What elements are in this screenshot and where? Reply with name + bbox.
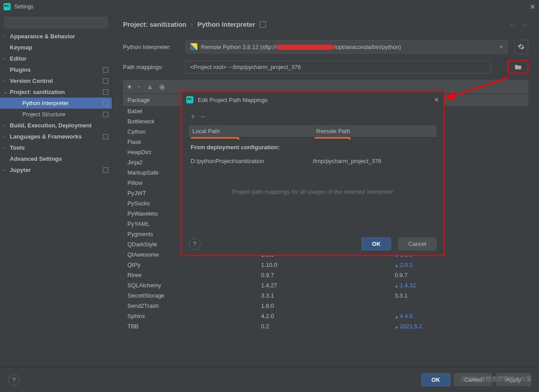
redacted-host	[276, 45, 334, 50]
breadcrumb-page: Python Interpreter	[197, 20, 255, 28]
interpreter-label: Python Interpreter:	[123, 44, 179, 50]
help-button[interactable]: ?	[189, 238, 200, 250]
dialog-section-label: From deployment configuration:	[189, 138, 437, 155]
dialog-columns: Local Path Remote Path	[189, 125, 437, 138]
remove-package-button[interactable]: −	[137, 83, 141, 91]
dialog-close-icon[interactable]: ✕	[434, 96, 439, 103]
interpreter-row: Python Interpreter: Remote Python 3.8.12…	[123, 40, 528, 54]
table-row[interactable]: SecretStorage3.3.13.3.1	[123, 290, 528, 301]
table-row[interactable]: QtPy1.10.02.0.1	[123, 260, 528, 270]
col-local-path[interactable]: Local Path	[189, 125, 313, 137]
sidebar-item-appearance-behavior[interactable]: ›Appearance & Behavior	[0, 31, 112, 42]
dialog-toolbar: + −	[189, 111, 437, 125]
upgrade-package-button[interactable]: ▲	[147, 83, 154, 91]
table-row[interactable]: Rtree0.9.70.9.7	[123, 270, 528, 280]
mappings-label: Path mappings:	[123, 64, 179, 70]
sidebar-item-project-structure[interactable]: Project Structure	[0, 109, 112, 120]
gear-button[interactable]	[514, 40, 528, 54]
ok-button[interactable]: OK	[421, 373, 451, 386]
browse-mappings-button[interactable]	[508, 60, 528, 74]
bottom-bar: ? OK Cancel Apply	[0, 367, 539, 392]
breadcrumb: Project: sanitization › Python Interpret…	[123, 20, 528, 28]
add-mapping-button[interactable]: +	[191, 112, 196, 122]
sidebar-item-tools[interactable]: ›Tools	[0, 142, 112, 153]
forward-icon[interactable]: →	[520, 20, 528, 30]
table-row[interactable]: SQLAlchemy1.4.271.4.32	[123, 280, 528, 290]
mapping-remote: /tmp/pycharm_project_376	[313, 158, 435, 164]
table-row[interactable]: Sphinx4.2.04.4.0	[123, 311, 528, 321]
col-remote-path[interactable]: Remote Path	[313, 125, 437, 137]
sidebar: ›Appearance & BehaviorKeymap›EditorPlugi…	[0, 13, 112, 361]
dialog-titlebar: Edit Project Path Mappings ✕	[182, 92, 444, 108]
add-package-button[interactable]: +	[127, 83, 131, 91]
dialog-ok-button[interactable]: OK	[362, 237, 391, 250]
search-input[interactable]	[4, 17, 107, 28]
show-early-button[interactable]: ◉	[159, 82, 165, 91]
dialog-hint: Project path mappings for all usages of …	[189, 167, 437, 200]
window-title: Settings	[14, 4, 33, 10]
module-icon	[260, 21, 266, 28]
search-box	[4, 17, 107, 28]
sidebar-item-advanced-settings[interactable]: Advanced Settings	[0, 153, 112, 164]
dialog-cancel-button[interactable]: Cancel	[398, 237, 437, 250]
settings-tree: ›Appearance & BehaviorKeymap›EditorPlugi…	[0, 31, 112, 361]
sidebar-item-version-control[interactable]: ›Version Control	[0, 75, 112, 86]
sidebar-item-languages-frameworks[interactable]: ›Languages & Frameworks	[0, 131, 112, 142]
close-icon[interactable]: ✕	[530, 3, 535, 11]
sidebar-item-plugins[interactable]: Plugins	[0, 64, 112, 75]
titlebar: Settings ✕	[0, 0, 539, 13]
remove-mapping-button[interactable]: −	[201, 112, 206, 122]
watermark: CSDN @想变厉害的大白菜	[461, 375, 532, 383]
dialog-title: Edit Project Path Mappings	[198, 97, 434, 103]
table-row[interactable]: Send2Trash1.8.0	[123, 301, 528, 311]
sidebar-item-jupyter[interactable]: ›Jupyter	[0, 164, 112, 176]
interpreter-dropdown[interactable]: Remote Python 3.8.12 (sftp:///opt/anacon…	[185, 40, 508, 53]
sidebar-item-keymap[interactable]: Keymap	[0, 42, 112, 53]
sidebar-item-python-interpreter[interactable]: Python Interpreter	[0, 98, 112, 109]
app-icon	[4, 3, 11, 10]
breadcrumb-project[interactable]: Project: sanitization	[123, 20, 187, 28]
app-icon	[186, 96, 193, 103]
dialog-footer: ? OK Cancel	[182, 233, 444, 255]
nav-arrows: ← →	[509, 20, 528, 30]
gear-icon	[518, 43, 525, 50]
table-row[interactable]: TBB0.22021.5.2	[123, 321, 528, 331]
mappings-value[interactable]: <Project root>→/tmp/pycharm_project_376	[185, 61, 491, 74]
mapping-row[interactable]: D:/pythonProject/sanitization /tmp/pycha…	[189, 155, 437, 167]
help-button[interactable]: ?	[8, 374, 20, 386]
python-icon	[190, 43, 197, 50]
mapping-local: D:/pythonProject/sanitization	[191, 158, 313, 164]
back-icon[interactable]: ←	[509, 20, 517, 30]
sidebar-item-build-execution-deployment[interactable]: ›Build, Execution, Deployment	[0, 120, 112, 131]
folder-icon	[514, 64, 522, 70]
mappings-row: Path mappings: <Project root>→/tmp/pycha…	[123, 60, 528, 74]
sidebar-item-editor[interactable]: ›Editor	[0, 53, 112, 64]
sidebar-item-project-sanitization[interactable]: ⌄Project: sanitization	[0, 86, 112, 98]
breadcrumb-sep: ›	[191, 21, 193, 28]
edit-path-mappings-dialog: Edit Project Path Mappings ✕ + − Local P…	[181, 91, 445, 256]
chevron-down-icon: ▾	[500, 44, 503, 50]
interpreter-value: Remote Python 3.8.12 (sftp:///opt/anacon…	[201, 44, 500, 50]
